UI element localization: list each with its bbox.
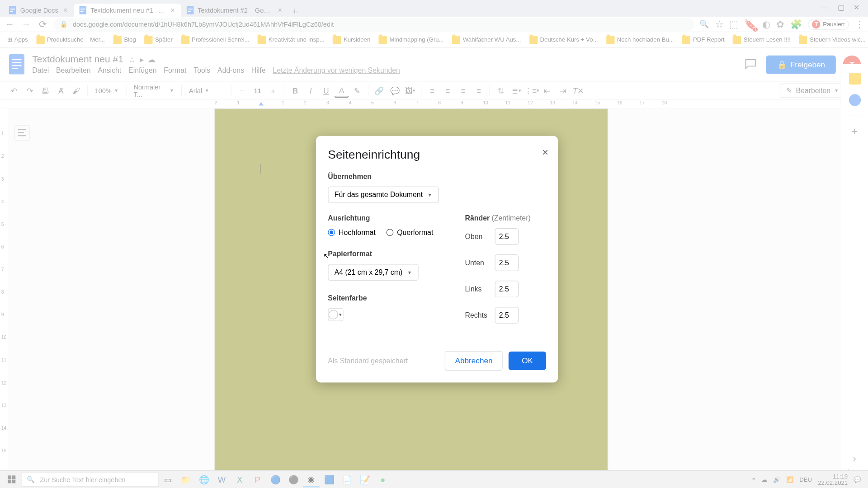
apply-to-label: Übernehmen [328, 172, 546, 180]
page-color-select[interactable]: ▾ [328, 308, 343, 321]
radio-unchecked-icon [387, 229, 394, 236]
margin-right-label: Rechts [465, 311, 489, 319]
orientation-landscape-radio[interactable]: Querformat [387, 228, 434, 236]
margin-right-input[interactable] [495, 307, 519, 324]
dialog-close-button[interactable]: × [542, 146, 548, 159]
apply-to-select[interactable]: Für das gesamte Dokument▼ [328, 187, 439, 203]
page-setup-dialog: Seiteneinrichtung × Übernehmen Für das g… [316, 136, 558, 383]
page-color-label: Seitenfarbe [328, 294, 447, 302]
orientation-label: Ausrichtung [328, 214, 447, 222]
margins-label: Ränder (Zentimeter) [465, 214, 546, 222]
dialog-title: Seiteneinrichtung [328, 148, 546, 161]
margin-left-input[interactable] [495, 281, 519, 297]
paper-size-select[interactable]: A4 (21 cm x 29,7 cm)▼ [328, 264, 418, 281]
radio-checked-icon [328, 229, 335, 236]
save-default-text: Als Standard gespeichert [328, 357, 408, 365]
margin-left-label: Links [465, 285, 489, 293]
orientation-portrait-radio[interactable]: Hochformat [328, 228, 376, 236]
margin-top-label: Oben [465, 232, 489, 240]
margin-bottom-input[interactable] [495, 254, 519, 271]
ok-button[interactable]: OK [509, 352, 546, 370]
margin-top-input[interactable] [495, 228, 519, 245]
cancel-button[interactable]: Abbrechen [445, 351, 503, 371]
margin-bottom-label: Unten [465, 258, 489, 267]
paper-size-label: Papierformat [328, 250, 447, 258]
